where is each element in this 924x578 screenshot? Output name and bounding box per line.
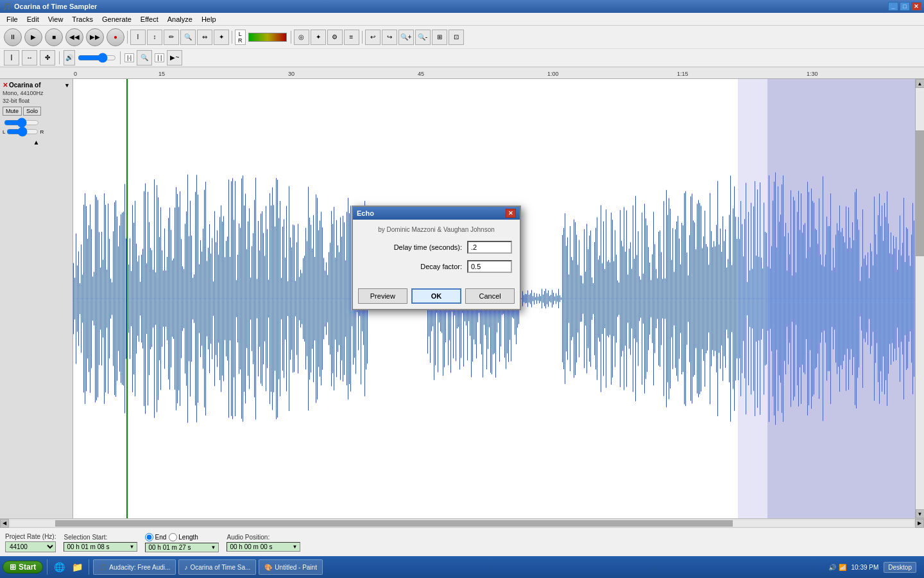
stop-button[interactable]: ■ — [45, 28, 63, 46]
menu-help[interactable]: Help — [198, 14, 220, 24]
menu-edit[interactable]: Edit — [23, 14, 43, 24]
end-length-group: End Length 00 h 01 m 27 s ▼ — [145, 533, 219, 552]
end-arrow[interactable]: ▼ — [211, 545, 216, 550]
ocarina-label: Ocarina of Time Sa... — [190, 564, 250, 571]
sel-start-label: Selection Start: — [64, 534, 137, 541]
tool-extra-3[interactable]: ⚙ — [327, 30, 343, 45]
echo-dialog-close-button[interactable]: ✕ — [506, 209, 516, 218]
track-name-row: ✕ Ocarina of ▼ — [3, 82, 70, 89]
pan-l: L — [3, 129, 5, 135]
tool-extra-1[interactable]: ◎ — [294, 30, 309, 45]
play-at-speed[interactable]: ▶~ — [167, 50, 182, 66]
audacity-icon: 🎵 — [99, 564, 107, 571]
ok-button[interactable]: OK — [411, 288, 462, 304]
decay-input[interactable] — [467, 260, 512, 273]
taskbar-audacity[interactable]: 🎵 Audacity: Free Audi... — [93, 559, 176, 575]
toolbar2-sep-2 — [120, 51, 121, 64]
ocarina-icon: ♪ — [184, 564, 187, 571]
length-radio-label[interactable]: Length — [169, 533, 198, 541]
quicklaunch-ie[interactable]: 🌐 — [51, 559, 67, 575]
tool-zoom-fit[interactable]: ⊞ — [432, 30, 447, 45]
delay-input[interactable] — [467, 241, 512, 254]
tool-undo[interactable]: ↩ — [365, 30, 381, 45]
tool-sel-2[interactable]: I — [4, 50, 19, 66]
track-dropdown-icon[interactable]: ▼ — [64, 82, 70, 89]
tool-zoom-2[interactable]: ↔ — [22, 50, 37, 66]
vscroll-up[interactable]: ▲ — [916, 79, 925, 88]
track-collapse-icon[interactable]: ▲ — [3, 139, 70, 146]
mute-button[interactable]: Mute — [3, 107, 22, 116]
sel-start-value[interactable]: 00 h 01 m 08 s ▼ — [64, 542, 137, 552]
position-display: | | — [155, 53, 164, 62]
minimize-button[interactable]: _ — [888, 2, 898, 11]
menu-tracks[interactable]: Tracks — [68, 14, 97, 24]
end-value[interactable]: 00 h 01 m 27 s ▼ — [145, 543, 219, 552]
end-radio-label[interactable]: End — [145, 533, 166, 541]
skip-start-button[interactable]: ◀◀ — [65, 28, 83, 46]
taskbar-right: 🔊 📶 10:39 PM Desktop — [828, 562, 922, 573]
hscroll-left[interactable]: ◀ — [0, 519, 9, 528]
length-radio[interactable] — [169, 533, 177, 541]
volume-slider[interactable] — [78, 53, 116, 62]
gain-slider[interactable] — [4, 119, 39, 126]
tool-zoom[interactable]: 🔍 — [180, 30, 196, 45]
maximize-button[interactable]: □ — [900, 2, 910, 11]
tool-zoom-sel[interactable]: ⊡ — [449, 30, 464, 45]
pause-button[interactable]: ⏸ — [4, 28, 22, 46]
tool-extra-2[interactable]: ✦ — [311, 30, 326, 45]
tool-envelope[interactable]: ↕ — [147, 30, 162, 45]
record-button[interactable]: ● — [107, 28, 124, 46]
hscroll-right[interactable]: ▶ — [915, 519, 924, 528]
timeline-ruler: 0 15 30 45 1:00 1:15 1:30 — [0, 67, 924, 79]
sys-tray: 🔊 📶 — [828, 564, 846, 571]
tool-zoom-out[interactable]: 🔍- — [415, 30, 431, 45]
menu-effect[interactable]: Effect — [137, 14, 162, 24]
vscroll-thumb[interactable] — [916, 130, 925, 257]
quicklaunch-folder[interactable]: 📁 — [69, 559, 85, 575]
track-info-mono: Mono, 44100Hz — [3, 90, 70, 96]
tool-snap[interactable]: ✤ — [40, 50, 55, 66]
title-bar-controls: _ □ ✕ — [888, 2, 921, 11]
tool-select[interactable]: I — [130, 30, 146, 45]
preview-button[interactable]: Preview — [358, 288, 407, 304]
pos-value[interactable]: 00 h 00 m 00 s ▼ — [227, 542, 300, 552]
menu-analyze[interactable]: Analyze — [164, 14, 196, 24]
track-close-icon[interactable]: ✕ — [3, 82, 8, 89]
tool-draw[interactable]: ✏ — [164, 30, 179, 45]
tool-timeshift[interactable]: ⇔ — [197, 30, 212, 45]
solo-button[interactable]: Solo — [23, 107, 41, 116]
close-button[interactable]: ✕ — [911, 2, 921, 11]
tool-multi[interactable]: ✦ — [214, 30, 229, 45]
zoom-level: |·| — [124, 53, 134, 62]
tool-zoom-in[interactable]: 🔍+ — [398, 30, 414, 45]
end-radio[interactable] — [145, 533, 153, 541]
skip-end-button[interactable]: ▶▶ — [86, 28, 104, 46]
pos-arrow[interactable]: ▼ — [293, 544, 298, 550]
zoom-selector[interactable]: 🔍 — [137, 50, 152, 66]
menu-view[interactable]: View — [44, 14, 67, 24]
menu-generate[interactable]: Generate — [98, 14, 135, 24]
hscroll-thumb[interactable] — [55, 520, 733, 527]
tool-redo[interactable]: ↪ — [382, 30, 397, 45]
menu-file[interactable]: File — [3, 14, 22, 24]
play-button[interactable]: ▶ — [24, 28, 42, 46]
track-controls-panel: ✕ Ocarina of ▼ Mono, 44100Hz 32-bit floa… — [0, 79, 73, 518]
rate-select[interactable]: 44100 22050 48000 — [5, 541, 56, 552]
sel-start-arrow[interactable]: ▼ — [130, 544, 135, 550]
tool-extra-4[interactable]: ≡ — [344, 30, 359, 45]
taskbar-paint[interactable]: 🎨 Untitled - Paint — [259, 559, 323, 575]
sel-start-text: 00 h 01 m 08 s — [67, 543, 109, 550]
rate-label: Project Rate (Hz): — [5, 533, 56, 540]
toolbar-sep-1 — [127, 31, 128, 44]
decay-row: Decay factor: — [361, 260, 512, 273]
pan-slider[interactable] — [6, 128, 38, 135]
cancel-button[interactable]: Cancel — [465, 288, 515, 304]
desktop-label[interactable]: Desktop — [884, 562, 916, 573]
tick-130: 1:30 — [807, 71, 818, 77]
tick-15: 15 — [158, 71, 165, 77]
taskbar-sep-1 — [47, 559, 47, 575]
decay-label: Decay factor: — [361, 263, 467, 270]
vscroll-down[interactable]: ▼ — [916, 509, 925, 518]
taskbar-ocarina[interactable]: ♪ Ocarina of Time Sa... — [178, 559, 256, 575]
start-button[interactable]: ⊞ Start — [3, 561, 43, 574]
